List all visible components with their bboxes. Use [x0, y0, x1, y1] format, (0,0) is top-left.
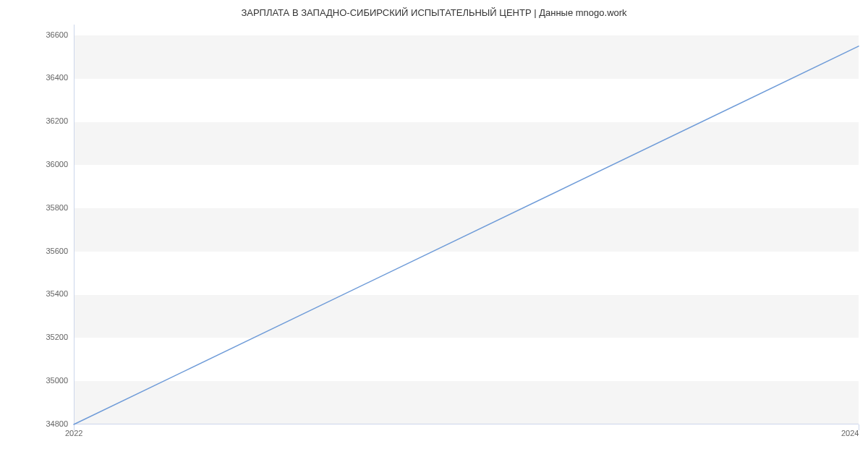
plot-area	[74, 25, 859, 424]
x-axis-tick	[859, 424, 859, 430]
y-tick-label: 36000	[25, 160, 68, 168]
y-tick-label: 35600	[25, 247, 68, 255]
y-tick-label: 34800	[25, 419, 68, 428]
y-tick-label: 35200	[25, 333, 68, 341]
chart-container: ЗАРПЛАТА В ЗАПАДНО-СИБИРСКИЙ ИСПЫТАТЕЛЬН…	[0, 0, 868, 470]
y-tick-label: 36200	[25, 116, 68, 125]
x-axis-tick	[74, 424, 75, 430]
series-line-salary	[74, 46, 859, 424]
y-tick-label: 35400	[25, 289, 68, 298]
chart-title: ЗАРПЛАТА В ЗАПАДНО-СИБИРСКИЙ ИСПЫТАТЕЛЬН…	[0, 7, 868, 18]
y-tick-label: 35000	[25, 376, 68, 385]
line-layer	[74, 25, 859, 424]
y-tick-label: 35800	[25, 203, 68, 212]
x-tick-label: 2024	[841, 429, 859, 437]
y-tick-label: 36600	[25, 30, 68, 39]
y-tick-label: 36400	[25, 73, 68, 82]
